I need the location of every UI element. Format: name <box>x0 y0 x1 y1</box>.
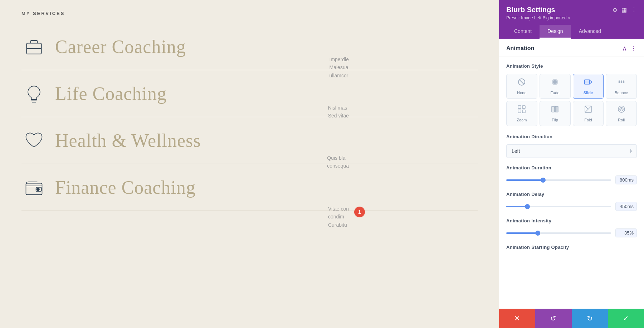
svg-line-8 <box>519 80 524 84</box>
service-text-health: Quis blaconsequa <box>327 154 349 170</box>
anim-label-bounce: Bounce <box>615 91 628 95</box>
anim-option-fold[interactable]: Fold <box>573 101 604 126</box>
wallet-icon <box>21 175 47 200</box>
svg-point-29 <box>620 107 623 111</box>
intensity-slider-track[interactable] <box>506 232 611 234</box>
panel-header: Blurb Settings ⊕ ▦ ⋮ Preset: Image Left … <box>499 0 644 39</box>
animation-section-content: Animation Style None <box>499 57 644 264</box>
svg-point-18 <box>623 80 624 81</box>
tab-design[interactable]: Design <box>540 25 571 39</box>
anim-option-none[interactable]: None <box>506 74 537 99</box>
svg-line-27 <box>588 106 591 109</box>
svg-rect-20 <box>522 106 525 108</box>
redo-icon: ↻ <box>587 314 593 323</box>
heart-svg <box>23 130 45 151</box>
reset-button[interactable]: ↺ <box>535 309 571 328</box>
delay-slider-fill <box>506 206 527 207</box>
layout-icon[interactable]: ▦ <box>621 6 627 13</box>
svg-rect-21 <box>518 110 521 113</box>
flip-icon <box>551 105 559 116</box>
briefcase-svg <box>23 36 45 57</box>
anim-label-slide: Slide <box>584 91 593 95</box>
intensity-slider-thumb[interactable] <box>535 231 540 236</box>
panel-title: Blurb Settings <box>506 6 555 14</box>
animation-duration-field: Animation Duration 800ms <box>506 165 637 184</box>
duration-slider-track[interactable] <box>506 179 611 181</box>
animation-section-title: Animation <box>506 45 534 52</box>
heart-icon <box>21 128 47 153</box>
none-icon <box>517 78 526 88</box>
anim-label-roll: Roll <box>618 118 625 122</box>
anim-label-fold: Fold <box>584 118 592 122</box>
service-text-career: ImperdieMalesuaullamcor <box>330 56 349 79</box>
fade-icon <box>551 78 559 88</box>
duration-value: 800ms <box>615 175 637 184</box>
delay-value: 450ms <box>615 202 637 211</box>
service-item: Health & Wellness Quis blaconsequa <box>21 117 478 164</box>
anim-option-zoom[interactable]: Zoom <box>506 101 537 126</box>
more-options-icon[interactable]: ⋮ <box>631 6 637 13</box>
service-item: Finance Coaching Vitae concondimCurabitu <box>21 164 478 211</box>
panel-body[interactable]: Animation ∧ ⋮ Animation Style <box>499 39 644 309</box>
animation-grid: None Fade <box>506 74 637 126</box>
service-title-career: Career Coaching <box>55 36 186 57</box>
panel-preset[interactable]: Preset: Image Left Big imported ▾ <box>506 15 637 20</box>
svg-rect-4 <box>26 183 42 195</box>
svg-point-10 <box>553 80 557 84</box>
anim-option-slide[interactable]: Slide <box>573 74 604 99</box>
svg-point-15 <box>623 82 624 83</box>
service-item: Career Coaching ImperdieMalesuaullamcor <box>21 23 478 70</box>
section-title: MY SERVICES <box>21 11 478 16</box>
collapse-icon[interactable]: ∧ <box>622 44 627 52</box>
slide-icon <box>584 78 592 88</box>
animation-style-label: Animation Style <box>506 63 637 69</box>
save-icon: ✓ <box>623 314 629 323</box>
direction-select[interactable]: Left Right Top Bottom <box>506 144 637 158</box>
service-text-finance: Vitae concondimCurabitu <box>328 205 349 229</box>
panel-footer: ✕ ↺ ↻ ✓ <box>499 309 644 328</box>
service-item: Life Coaching Nisl masSed vitae <box>21 70 478 117</box>
section-more-icon[interactable]: ⋮ <box>630 44 637 52</box>
save-button[interactable]: ✓ <box>608 309 644 328</box>
duration-slider-thumb[interactable] <box>541 178 546 183</box>
anim-label-zoom: Zoom <box>517 118 527 122</box>
anim-option-flip[interactable]: Flip <box>540 101 571 126</box>
zoom-icon <box>517 105 526 116</box>
delay-slider-track[interactable] <box>506 206 611 207</box>
animation-direction-field: Animation Direction Left Right Top Botto… <box>506 134 637 158</box>
delay-slider-thumb[interactable] <box>525 204 530 209</box>
panel-tabs: Content Design Advanced <box>506 25 637 39</box>
animation-opacity-label: Animation Starting Opacity <box>506 245 637 250</box>
service-text-life: Nisl masSed vitae <box>328 104 349 120</box>
svg-point-13 <box>619 82 620 83</box>
anim-label-flip: Flip <box>552 118 558 122</box>
panel-title-row: Blurb Settings ⊕ ▦ ⋮ <box>506 6 637 14</box>
redo-button[interactable]: ↻ <box>572 309 608 328</box>
intensity-slider-row: 35% <box>506 228 637 237</box>
main-content: MY SERVICES Career Coaching ImperdieMale… <box>0 0 499 328</box>
svg-point-14 <box>621 82 622 83</box>
svg-rect-19 <box>518 106 521 108</box>
section-header-icons: ∧ ⋮ <box>622 44 637 52</box>
anim-option-roll[interactable]: Roll <box>606 101 637 126</box>
tab-advanced[interactable]: Advanced <box>571 25 609 39</box>
anim-option-fade[interactable]: Fade <box>540 74 571 99</box>
anim-label-none: None <box>517 91 526 95</box>
lightbulb-icon <box>21 81 47 106</box>
reset-icon: ↺ <box>550 314 556 323</box>
anim-option-bounce[interactable]: Bounce <box>606 74 637 99</box>
tab-content[interactable]: Content <box>506 25 540 39</box>
duration-slider-row: 800ms <box>506 175 637 184</box>
cancel-button[interactable]: ✕ <box>499 309 535 328</box>
cancel-icon: ✕ <box>514 314 520 323</box>
animation-delay-label: Animation Delay <box>506 192 637 197</box>
settings-panel: Blurb Settings ⊕ ▦ ⋮ Preset: Image Left … <box>499 0 644 328</box>
service-title-finance: Finance Coaching <box>55 177 196 198</box>
animation-duration-label: Animation Duration <box>506 165 637 170</box>
svg-point-30 <box>621 108 622 110</box>
target-icon[interactable]: ⊕ <box>613 6 617 13</box>
notification-badge[interactable]: 1 <box>354 207 365 217</box>
animation-direction-label: Animation Direction <box>506 134 637 139</box>
animation-opacity-field: Animation Starting Opacity <box>506 245 637 250</box>
intensity-value: 35% <box>615 228 637 237</box>
